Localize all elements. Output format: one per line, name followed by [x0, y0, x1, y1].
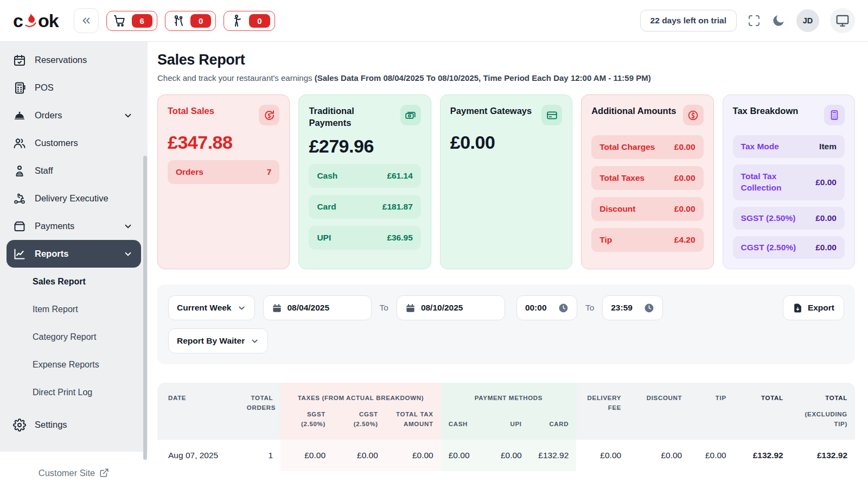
date-to-input[interactable]: 08/10/2025 [397, 295, 505, 320]
pos-terminal-icon [13, 81, 26, 94]
cart-badge-button[interactable]: 6 [106, 11, 157, 31]
sidebar-item-reservations[interactable]: Reservations [7, 46, 141, 74]
chevron-down-icon [237, 303, 246, 313]
report-by-value: Report By Waiter [177, 336, 245, 346]
cell-total-orders: 1 [239, 440, 280, 471]
row-label: Total Charges [599, 142, 655, 152]
time-from-input[interactable]: 00:00 [516, 295, 577, 320]
display-mode-button[interactable] [830, 8, 855, 33]
waiter-badge-button[interactable]: 0 [224, 11, 275, 31]
row-value: £181.87 [382, 202, 413, 212]
cell-total-tax: £0.00 [386, 440, 441, 471]
external-link-icon [99, 468, 109, 478]
col-delivery-fee: DELIVERY FEE [576, 383, 629, 440]
dark-mode-toggle[interactable] [771, 14, 786, 28]
sidebar-subitem-category-report[interactable]: Category Report [7, 323, 141, 351]
sidebar-scrollbar[interactable] [143, 156, 147, 460]
sidebar: Reservations POS Orders Customers Staff [0, 42, 148, 494]
to-label: To [585, 303, 594, 313]
sidebar-collapse-button[interactable] [74, 8, 99, 33]
col-tip: TIP [690, 383, 734, 440]
chevrons-left-icon [80, 15, 92, 27]
sidebar-item-payments[interactable]: Payments [7, 212, 141, 240]
row-label: Orders [176, 167, 203, 177]
calendar-icon [405, 303, 416, 313]
col-cash: CASH [441, 407, 486, 440]
row-label: SGST (2.50%) [741, 213, 796, 223]
row-label: Tax Mode [741, 142, 779, 151]
date-to-value: 08/10/2025 [421, 303, 463, 313]
total-sales-card: Total Sales £347.88 Orders 7 [157, 94, 290, 269]
chevron-down-icon [122, 249, 135, 259]
sidebar-item-settings[interactable]: Settings [7, 411, 141, 439]
card-row: Card £181.87 [309, 195, 420, 219]
orders-count-row: Orders 7 [168, 160, 279, 184]
scooter-icon [13, 192, 26, 205]
row-value: £61.14 [387, 171, 412, 181]
row-value: £0.00 [674, 173, 695, 183]
row-label: Total Tax Collection [741, 171, 798, 194]
card-title: Payment Gateways [450, 105, 532, 117]
col-cgst: CGST (2.50%) [333, 407, 386, 440]
cart-icon [113, 14, 126, 27]
date-range-select[interactable]: Current Week [168, 295, 255, 320]
logo-text-suffix: ok [38, 10, 59, 31]
cell-total-excluding: £132.92 [791, 440, 855, 471]
sidebar-item-pos[interactable]: POS [7, 74, 141, 102]
discount-row: Discount £0.00 [591, 197, 703, 221]
export-button[interactable]: Export [783, 295, 844, 320]
table-row[interactable]: Aug 07, 2025 1 £0.00 £0.00 £0.00 £0.00 £… [157, 440, 855, 471]
total-tax-collection-row: Total Tax Collection £0.00 [733, 164, 845, 200]
sidebar-item-label: Customers [35, 138, 78, 148]
col-discount: DISCOUNT [629, 383, 690, 440]
date-from-input[interactable]: 08/04/2025 [263, 295, 372, 320]
date-range-value: Current Week [177, 303, 232, 313]
banknotes-icon [400, 105, 421, 125]
sidebar-item-label: Orders [35, 110, 62, 121]
card-title: Additional Amounts [591, 105, 676, 117]
fullscreen-icon [748, 14, 761, 27]
clock-icon [558, 303, 569, 313]
cell-cgst: £0.00 [333, 440, 386, 471]
row-value: £0.00 [674, 204, 695, 214]
sidebar-subitem-sales-report[interactable]: Sales Report [7, 268, 141, 295]
users-icon [13, 137, 26, 150]
cloche-icon [13, 109, 26, 122]
time-to-input[interactable]: 23:59 [602, 295, 663, 320]
row-value: Item [819, 142, 837, 151]
cell-date: Aug 07, 2025 [157, 440, 239, 471]
sidebar-item-reports[interactable]: Reports [7, 240, 141, 268]
cash-row: Cash £61.14 [309, 164, 420, 188]
cell-sgst: £0.00 [280, 440, 333, 471]
fullscreen-button[interactable] [748, 14, 761, 27]
sidebar-item-customers[interactable]: Customers [7, 129, 141, 157]
report-by-select[interactable]: Report By Waiter [168, 328, 268, 353]
gear-icon [13, 419, 26, 432]
row-value: £0.00 [815, 243, 837, 252]
customer-site-link[interactable]: Customer Site [0, 452, 148, 494]
traditional-payments-amount: £279.96 [309, 136, 420, 157]
sidebar-nav: Reservations POS Orders Customers Staff [0, 42, 148, 452]
user-avatar[interactable]: JD [796, 9, 819, 32]
col-sgst: SGST (2.50%) [280, 407, 333, 440]
moon-icon [771, 14, 786, 28]
sidebar-item-label: Delivery Executive [35, 193, 108, 204]
row-label: UPI [317, 233, 331, 243]
cell-discount: £0.00 [629, 440, 690, 471]
credit-card-icon [541, 105, 562, 125]
sidebar-item-delivery-executive[interactable]: Delivery Executive [7, 185, 141, 212]
page-subtitle: Check and track your restaurant's earnin… [157, 73, 855, 83]
payment-gateways-card: Payment Gateways £0.00 [440, 94, 572, 269]
app-logo: c ok [13, 10, 59, 31]
sidebar-subitem-direct-print-log[interactable]: Direct Print Log [7, 378, 141, 406]
col-date: DATE [157, 383, 239, 440]
sidebar-item-staff[interactable]: Staff [7, 157, 141, 185]
reservations-badge-button[interactable]: 0 [165, 11, 216, 31]
sidebar-subitem-item-report[interactable]: Item Report [7, 295, 141, 323]
chart-icon [13, 248, 26, 261]
trial-days-button[interactable]: 22 days left on trial [640, 10, 737, 31]
calculator-icon [824, 105, 845, 125]
sidebar-item-orders[interactable]: Orders [7, 102, 141, 129]
people-icon [172, 14, 185, 27]
sidebar-subitem-expense-reports[interactable]: Expense Reports [7, 351, 141, 378]
